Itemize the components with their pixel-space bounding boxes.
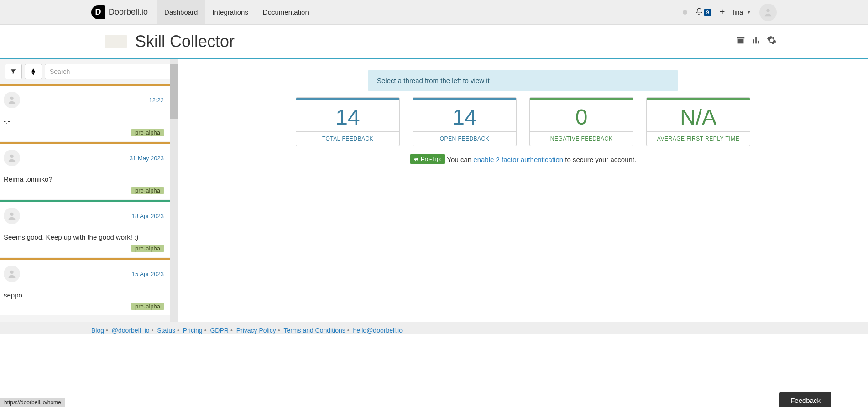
thread-tag: pre-alpha bbox=[131, 187, 164, 194]
footer-twitter[interactable]: @doorbell_io bbox=[112, 327, 150, 334]
svg-point-6 bbox=[10, 97, 13, 100]
filter-button[interactable] bbox=[5, 64, 22, 79]
archive-icon[interactable] bbox=[736, 35, 746, 48]
thread-tag: pre-alpha bbox=[131, 245, 164, 252]
stat-open-feedback[interactable]: 14 OPEN FEEDBACK bbox=[413, 97, 517, 146]
enable-2fa-link[interactable]: enable 2 factor authentication bbox=[473, 156, 563, 163]
user-avatar[interactable] bbox=[759, 4, 777, 21]
nav-documentation[interactable]: Documentation bbox=[256, 0, 316, 24]
caret-down-icon: ▼ bbox=[747, 10, 751, 15]
svg-point-7 bbox=[10, 155, 13, 158]
threads-sidebar: ▲▼ 12:22-.-pre-alpha31 May 2023Reima toi… bbox=[0, 59, 178, 322]
stat-value: N/A bbox=[647, 100, 750, 131]
page-footer: Blog• @doorbell_io• Status• Pricing• GDP… bbox=[0, 322, 868, 334]
stat-label: NEGATIVE FEEDBACK bbox=[530, 131, 633, 146]
chart-icon[interactable] bbox=[751, 35, 761, 48]
stat-label: TOTAL FEEDBACK bbox=[296, 131, 399, 146]
thread-avatar bbox=[4, 150, 20, 166]
sidebar-toolbar: ▲▼ bbox=[0, 59, 178, 84]
footer-email[interactable]: hello@doorbell.io bbox=[353, 327, 403, 334]
user-menu[interactable]: lina ▼ bbox=[733, 9, 751, 16]
brand-link[interactable]: D Doorbell.io bbox=[91, 5, 148, 19]
thread-time: 15 Apr 2023 bbox=[132, 271, 164, 277]
protip-text-after: to secure your account. bbox=[563, 156, 636, 163]
sort-icon: ▲▼ bbox=[31, 68, 36, 75]
brand-name: Doorbell.io bbox=[109, 7, 148, 17]
gear-icon[interactable] bbox=[767, 35, 777, 48]
svg-rect-5 bbox=[758, 41, 759, 43]
thread-item[interactable]: 15 Apr 2023seppopre-alpha bbox=[0, 258, 170, 315]
thread-item[interactable]: 18 Apr 2023Seems good. Keep up with the … bbox=[0, 200, 170, 257]
notifications-count: 9 bbox=[704, 9, 711, 16]
megaphone-icon bbox=[413, 157, 419, 162]
footer-terms[interactable]: Terms and Conditions bbox=[283, 327, 345, 334]
nav-tabs: Dashboard Integrations Documentation bbox=[157, 0, 316, 24]
threads-list: 12:22-.-pre-alpha31 May 2023Reima toimii… bbox=[0, 84, 178, 322]
select-thread-banner: Select a thread from the left to view it bbox=[368, 70, 678, 91]
brand-icon: D bbox=[91, 5, 105, 19]
stats-row: 14 TOTAL FEEDBACK 14 OPEN FEEDBACK 0 NEG… bbox=[205, 97, 841, 146]
footer-status[interactable]: Status bbox=[157, 327, 175, 334]
stat-value: 0 bbox=[530, 100, 633, 131]
stat-total-feedback[interactable]: 14 TOTAL FEEDBACK bbox=[296, 97, 400, 146]
search-input[interactable] bbox=[45, 64, 173, 79]
app-logo bbox=[105, 35, 127, 48]
scrollbar-track[interactable] bbox=[170, 59, 178, 322]
stat-avg-reply-time[interactable]: N/A AVERAGE FIRST REPLY TIME bbox=[646, 97, 750, 146]
nav-dashboard[interactable]: Dashboard bbox=[157, 0, 205, 24]
status-indicator[interactable] bbox=[683, 10, 687, 15]
content-area: Select a thread from the left to view it… bbox=[178, 59, 868, 322]
svg-point-8 bbox=[10, 213, 13, 216]
thread-item[interactable]: 31 May 2023Reima toimiiko?pre-alpha bbox=[0, 142, 170, 199]
protip-text-before: You can bbox=[447, 156, 473, 163]
app-title: Skill Collector bbox=[135, 32, 235, 51]
app-header: Skill Collector bbox=[0, 25, 868, 59]
thread-item[interactable]: 12:22-.-pre-alpha bbox=[0, 84, 170, 141]
footer-privacy[interactable]: Privacy Policy bbox=[236, 327, 276, 334]
main-layout: ▲▼ 12:22-.-pre-alpha31 May 2023Reima toi… bbox=[0, 59, 868, 322]
thread-tag: pre-alpha bbox=[131, 303, 164, 310]
thread-body: -.- bbox=[4, 108, 164, 129]
notifications-button[interactable]: 9 bbox=[695, 8, 711, 17]
add-button[interactable]: + bbox=[720, 7, 725, 17]
thread-avatar bbox=[4, 208, 20, 224]
thread-avatar bbox=[4, 266, 20, 282]
scrollbar-thumb[interactable] bbox=[170, 64, 178, 119]
thread-avatar bbox=[4, 92, 20, 108]
protip-label: Pro-Tip: bbox=[421, 156, 442, 162]
thread-time: 18 Apr 2023 bbox=[132, 213, 164, 219]
thread-time: 12:22 bbox=[149, 97, 164, 104]
filter-icon bbox=[10, 68, 16, 75]
protip-row: Pro-Tip: You can enable 2 factor authent… bbox=[205, 154, 841, 164]
footer-pricing[interactable]: Pricing bbox=[183, 327, 203, 334]
svg-rect-4 bbox=[755, 37, 757, 44]
user-name-label: lina bbox=[733, 9, 743, 16]
thread-tag: pre-alpha bbox=[131, 129, 164, 136]
thread-body: Seems good. Keep up with the good work! … bbox=[4, 224, 164, 245]
svg-rect-2 bbox=[738, 39, 744, 43]
stat-label: AVERAGE FIRST REPLY TIME bbox=[647, 131, 750, 146]
thread-time: 31 May 2023 bbox=[130, 155, 164, 162]
stat-value: 14 bbox=[296, 100, 399, 131]
svg-point-9 bbox=[10, 271, 13, 274]
nav-integrations[interactable]: Integrations bbox=[205, 0, 255, 24]
svg-rect-3 bbox=[753, 39, 754, 43]
bell-icon bbox=[695, 8, 703, 17]
footer-blog[interactable]: Blog bbox=[91, 327, 104, 334]
footer-gdpr[interactable]: GDPR bbox=[210, 327, 228, 334]
stat-negative-feedback[interactable]: 0 NEGATIVE FEEDBACK bbox=[529, 97, 633, 146]
stat-value: 14 bbox=[413, 100, 516, 131]
top-nav: D Doorbell.io Dashboard Integrations Doc… bbox=[0, 0, 868, 25]
protip-badge: Pro-Tip: bbox=[410, 154, 445, 164]
svg-rect-1 bbox=[737, 37, 745, 39]
thread-body: Reima toimiiko? bbox=[4, 166, 164, 187]
sort-button[interactable]: ▲▼ bbox=[25, 64, 42, 79]
svg-point-0 bbox=[766, 9, 769, 12]
thread-body: seppo bbox=[4, 282, 164, 303]
stat-label: OPEN FEEDBACK bbox=[413, 131, 516, 146]
